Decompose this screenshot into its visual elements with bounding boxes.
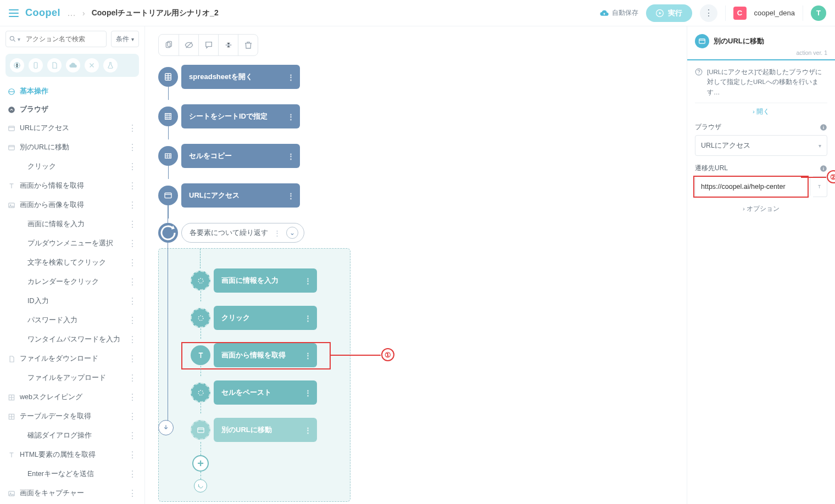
action-more-icon[interactable]: ⋮ <box>128 392 137 402</box>
node-more-icon[interactable]: ⋮ <box>287 192 294 200</box>
toolbar-comment-icon[interactable] <box>198 34 218 56</box>
info-icon[interactable] <box>820 165 827 172</box>
child-card[interactable]: 画面から情報を取得⋮ <box>214 343 317 367</box>
action-more-icon[interactable]: ⋮ <box>128 257 137 268</box>
loop-more-icon[interactable]: ⋮ <box>274 229 281 237</box>
conditions-button[interactable]: 条件▾ <box>111 31 139 47</box>
action-more-icon[interactable]: ⋮ <box>128 238 137 249</box>
action-item[interactable]: URLにアクセス⋮ <box>0 119 144 138</box>
action-item[interactable]: 文字を検索してクリック⋮ <box>0 253 144 272</box>
child-card[interactable]: クリック⋮ <box>214 306 317 330</box>
search-input[interactable] <box>5 31 107 47</box>
canvas[interactable]: spreadsheetを開く⋮シートをシートIDで指定⋮セルをコピー⋮URLにア… <box>145 26 687 504</box>
action-item[interactable]: ワンタイムパスワードを入力⋮ <box>0 330 144 349</box>
node-card[interactable]: spreadsheetを開く⋮ <box>181 65 300 89</box>
child-more-icon[interactable]: ⋮ <box>304 351 311 360</box>
node-card[interactable]: URLにアクセス⋮ <box>181 183 300 208</box>
info-icon[interactable] <box>820 124 827 131</box>
browser-select[interactable]: URLにアクセス ▾ <box>695 135 827 156</box>
toolbar-copy-icon[interactable] <box>159 34 179 56</box>
action-more-icon[interactable]: ⋮ <box>128 219 137 229</box>
flow-node[interactable]: URLにアクセス⋮ <box>158 183 510 208</box>
avatar[interactable]: T <box>811 5 826 21</box>
child-card[interactable]: 別のURLに移動⋮ <box>214 418 317 442</box>
action-more-icon[interactable]: ⋮ <box>128 354 137 364</box>
action-item[interactable]: ファイルをダウンロード⋮ <box>0 349 144 368</box>
action-more-icon[interactable]: ⋮ <box>128 161 137 172</box>
chip-close-icon[interactable] <box>85 58 99 72</box>
options-toggle[interactable]: › オプション <box>695 197 827 221</box>
toolbar-collapse-icon[interactable] <box>218 34 238 56</box>
node-card[interactable]: シートをシートIDで指定⋮ <box>181 104 300 128</box>
run-button[interactable]: 実行 <box>646 4 692 22</box>
action-item[interactable]: Enterキーなどを送信⋮ <box>0 464 144 484</box>
action-item[interactable]: テーブルデータを取得⋮ <box>0 407 144 426</box>
child-card[interactable]: 画面に情報を入力⋮ <box>214 268 317 293</box>
action-item[interactable]: HTML要素の属性を取得⋮ <box>0 445 144 464</box>
action-more-icon[interactable]: ⋮ <box>128 123 137 133</box>
action-more-icon[interactable]: ⋮ <box>128 411 137 422</box>
chip-browser-icon[interactable] <box>10 58 24 72</box>
chip-cloud-icon[interactable] <box>66 58 80 72</box>
action-item[interactable]: webスクレイピング⋮ <box>0 388 144 407</box>
action-more-icon[interactable]: ⋮ <box>128 181 137 191</box>
action-more-icon[interactable]: ⋮ <box>128 488 137 499</box>
child-node[interactable]: セルをペースト⋮ <box>191 380 343 405</box>
action-more-icon[interactable]: ⋮ <box>128 296 137 306</box>
formula-button[interactable]: T <box>813 176 827 197</box>
url-input[interactable] <box>695 176 810 197</box>
more-button[interactable]: ⋮ <box>700 4 717 22</box>
category-browser[interactable]: ブラウザ <box>0 100 144 119</box>
action-item[interactable]: ファイルをアップロード⋮ <box>0 368 144 388</box>
menu-icon[interactable] <box>9 9 19 17</box>
category-basic[interactable]: 基本操作 <box>0 82 144 100</box>
loop-collapse-icon[interactable]: ⌄ <box>286 227 298 239</box>
workspace-badge[interactable]: C <box>733 7 747 20</box>
loop-header[interactable]: 各要素について繰り返す⋮⌄ <box>158 223 510 243</box>
action-more-icon[interactable]: ⋮ <box>128 200 137 210</box>
node-more-icon[interactable]: ⋮ <box>287 73 294 81</box>
action-more-icon[interactable]: ⋮ <box>128 315 137 326</box>
breadcrumb-more-icon[interactable]: … <box>67 9 76 18</box>
action-more-icon[interactable]: ⋮ <box>128 430 137 441</box>
action-item[interactable]: カレンダーをクリック⋮ <box>0 272 144 292</box>
action-item[interactable]: 画面から画像を取得⋮ <box>0 195 144 215</box>
action-more-icon[interactable]: ⋮ <box>128 334 137 345</box>
node-more-icon[interactable]: ⋮ <box>287 113 294 121</box>
child-node[interactable]: クリック⋮ <box>191 306 343 330</box>
scenario-title[interactable]: Coopelチュートリアル用シナリオ_2 <box>92 8 219 18</box>
chip-flask-icon[interactable] <box>103 58 118 72</box>
action-item[interactable]: 別のURLに移動⋮ <box>0 138 144 157</box>
chip-mobile-icon[interactable] <box>29 58 43 72</box>
logo[interactable]: Coopel <box>25 7 60 19</box>
child-more-icon[interactable]: ⋮ <box>304 277 311 285</box>
caret-down-icon[interactable]: ▾ <box>18 36 20 42</box>
action-more-icon[interactable]: ⋮ <box>128 450 137 460</box>
node-card[interactable]: セルをコピー⋮ <box>181 144 300 168</box>
action-more-icon[interactable]: ⋮ <box>128 142 137 153</box>
action-item[interactable]: パスワード入力⋮ <box>0 311 144 330</box>
workspace-name[interactable]: coopel_dena <box>754 9 795 17</box>
chip-file-icon[interactable] <box>47 58 62 72</box>
child-more-icon[interactable]: ⋮ <box>304 389 311 397</box>
child-node[interactable]: 画面から情報を取得⋮ <box>191 343 343 367</box>
flow-node[interactable]: セルをコピー⋮ <box>158 144 510 168</box>
action-item[interactable]: 画面をキャプチャー⋮ <box>0 484 144 503</box>
child-node[interactable]: 別のURLに移動⋮ <box>191 418 343 442</box>
add-step-button[interactable]: + <box>192 455 209 472</box>
child-more-icon[interactable]: ⋮ <box>304 314 311 322</box>
expand-description-link[interactable]: › 開く <box>695 103 827 120</box>
flow-node[interactable]: spreadsheetを開く⋮ <box>158 65 510 89</box>
child-card[interactable]: セルをペースト⋮ <box>214 380 317 405</box>
child-node[interactable]: 画面に情報を入力⋮ <box>191 268 343 293</box>
child-more-icon[interactable]: ⋮ <box>304 426 311 434</box>
action-item[interactable]: ID入力⋮ <box>0 292 144 311</box>
action-item[interactable]: 画面に情報を入力⋮ <box>0 215 144 234</box>
action-more-icon[interactable]: ⋮ <box>128 373 137 383</box>
action-item[interactable]: プルダウンメニューを選択⋮ <box>0 234 144 253</box>
toolbar-delete-icon[interactable] <box>238 34 258 56</box>
action-item[interactable]: 確認ダイアログ操作⋮ <box>0 426 144 445</box>
action-item[interactable]: 画面から情報を取得⋮ <box>0 176 144 195</box>
node-more-icon[interactable]: ⋮ <box>287 152 294 160</box>
toolbar-hide-icon[interactable] <box>179 34 198 56</box>
